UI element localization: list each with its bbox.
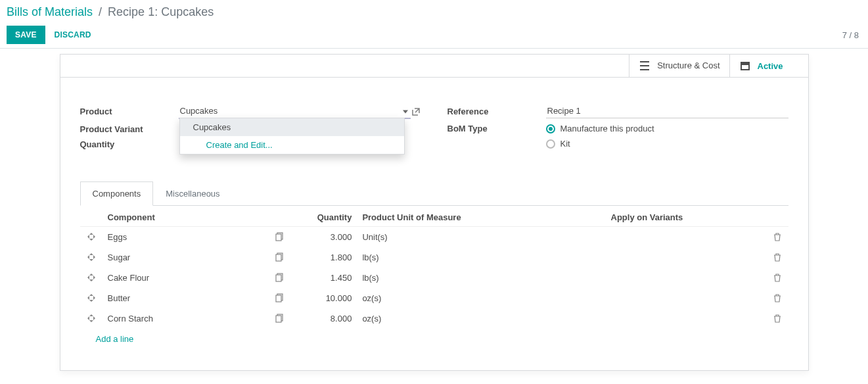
component-name[interactable]: Butter [103, 288, 269, 308]
radio-unselected-icon [546, 139, 555, 149]
svg-rect-0 [741, 62, 750, 64]
svg-rect-9 [276, 295, 281, 302]
variant-label: Product Variant [80, 124, 179, 134]
breadcrumb-root[interactable]: Bills of Materials [7, 5, 93, 18]
quantity-label: Quantity [80, 139, 179, 149]
breadcrumb-current: Recipe 1: Cupcakes [108, 5, 214, 18]
bom-type-kit[interactable]: Kit [546, 139, 654, 149]
table-row[interactable]: Sugar 1.800 lb(s) [80, 247, 788, 268]
trash-icon[interactable] [771, 312, 783, 324]
component-uom[interactable]: oz(s) [357, 288, 528, 308]
components-table: Component Quantity Product Unit of Measu… [80, 206, 788, 329]
save-button[interactable]: SAVE [7, 26, 45, 44]
dropdown-option-cupcakes[interactable]: Cupcakes [180, 118, 404, 136]
col-variants: Apply on Variants [528, 206, 765, 227]
svg-rect-5 [276, 254, 281, 261]
svg-rect-11 [276, 316, 281, 322]
svg-rect-7 [276, 275, 281, 281]
pager[interactable]: 7 / 8 [842, 30, 861, 40]
form-sheet: Structure & Cost Active Product [60, 54, 809, 371]
copy-icon[interactable] [274, 292, 286, 304]
product-label: Product [80, 107, 179, 116]
trash-icon[interactable] [771, 292, 783, 304]
copy-icon[interactable] [274, 231, 286, 243]
drag-handle-icon[interactable] [85, 251, 97, 263]
drag-handle-icon[interactable] [85, 272, 97, 283]
active-toggle[interactable]: Active [729, 55, 808, 77]
add-line-link[interactable]: Add a line [80, 329, 788, 349]
component-qty[interactable]: 8.000 [291, 308, 357, 329]
trash-icon[interactable] [771, 251, 783, 263]
component-uom[interactable]: lb(s) [357, 268, 528, 288]
component-name[interactable]: Corn Starch [103, 308, 269, 329]
table-row[interactable]: Corn Starch 8.000 oz(s) [80, 308, 788, 329]
structure-cost-button[interactable]: Structure & Cost [629, 55, 729, 77]
external-link-icon[interactable] [411, 107, 421, 117]
bom-type-kit-label: Kit [560, 139, 570, 149]
col-component: Component [103, 206, 269, 227]
component-qty[interactable]: 1.450 [291, 268, 357, 288]
table-row[interactable]: Cake Flour 1.450 lb(s) [80, 268, 788, 288]
trash-icon[interactable] [771, 231, 783, 243]
table-row[interactable]: Butter 10.000 oz(s) [80, 288, 788, 308]
breadcrumb-sep: / [96, 5, 104, 18]
svg-rect-1 [741, 64, 749, 70]
component-uom[interactable]: oz(s) [357, 308, 528, 329]
reference-input[interactable] [546, 104, 788, 118]
list-icon [639, 60, 651, 72]
bom-type-manufacture-label: Manufacture this product [560, 124, 654, 133]
col-uom: Product Unit of Measure [357, 206, 528, 227]
copy-icon[interactable] [274, 272, 286, 283]
component-qty[interactable]: 3.000 [291, 227, 357, 248]
drag-handle-icon[interactable] [85, 312, 97, 324]
drag-handle-icon[interactable] [85, 231, 97, 243]
dropdown-create-and-edit[interactable]: Create and Edit... [180, 136, 404, 154]
bom-type-manufacture[interactable]: Manufacture this product [546, 124, 654, 133]
archive-icon [739, 60, 751, 72]
bom-type-label: BoM Type [447, 124, 546, 133]
reference-label: Reference [447, 107, 546, 116]
table-row[interactable]: Eggs 3.000 Unit(s) [80, 227, 788, 248]
drag-handle-icon[interactable] [85, 292, 97, 304]
radio-selected-icon [546, 124, 555, 133]
tab-miscellaneous[interactable]: Miscellaneous [153, 181, 232, 206]
component-name[interactable]: Eggs [103, 227, 269, 248]
col-quantity: Quantity [291, 206, 357, 227]
component-name[interactable]: Cake Flour [103, 268, 269, 288]
component-name[interactable]: Sugar [103, 247, 269, 268]
structure-cost-label: Structure & Cost [657, 60, 720, 71]
component-qty[interactable]: 10.000 [291, 288, 357, 308]
copy-icon[interactable] [274, 251, 286, 263]
trash-icon[interactable] [771, 272, 783, 283]
active-label: Active [758, 61, 783, 71]
product-dropdown[interactable]: Cupcakes Create and Edit... [179, 118, 405, 155]
breadcrumb: Bills of Materials / Recipe 1: Cupcakes [7, 5, 861, 22]
product-input[interactable] [179, 104, 411, 119]
svg-rect-3 [276, 234, 281, 241]
copy-icon[interactable] [274, 312, 286, 324]
discard-button[interactable]: DISCARD [55, 30, 91, 39]
component-uom[interactable]: lb(s) [357, 247, 528, 268]
tab-components[interactable]: Components [80, 181, 154, 206]
component-uom[interactable]: Unit(s) [357, 227, 528, 248]
component-qty[interactable]: 1.800 [291, 247, 357, 268]
